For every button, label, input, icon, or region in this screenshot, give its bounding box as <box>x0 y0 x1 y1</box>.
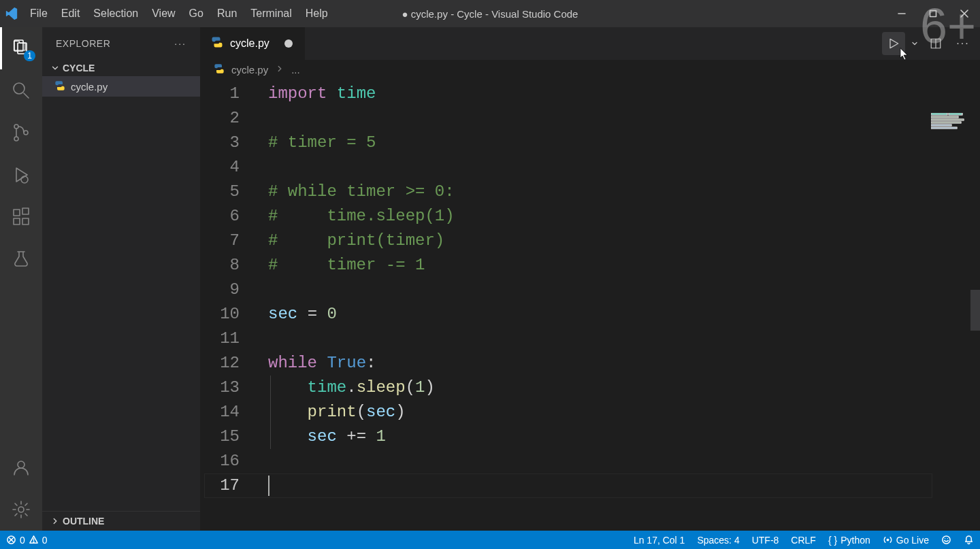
vertical-scrollbar[interactable] <box>970 79 980 531</box>
status-error-count: 0 <box>20 535 25 546</box>
code-line <box>268 278 980 302</box>
editor-more-icon[interactable]: ··· <box>951 32 975 55</box>
code-line <box>268 155 980 180</box>
code-line: # while timer >= 0: <box>268 180 980 204</box>
code-line: # timer = 5 <box>268 131 980 155</box>
line-number: 16 <box>200 449 257 473</box>
file-item-cycle-py[interactable]: cycle.py <box>42 76 200 97</box>
line-number: 14 <box>200 400 257 425</box>
activity-bar: 1 <box>0 27 42 531</box>
breadcrumb-tail: ... <box>291 64 300 76</box>
breadcrumb[interactable]: cycle.py ... <box>200 60 980 79</box>
code-line: # time.sleep(1) <box>268 204 980 229</box>
status-encoding-label: UTF-8 <box>752 535 779 546</box>
svg-rect-14 <box>14 218 20 224</box>
chevron-right-icon <box>275 64 284 76</box>
svg-point-8 <box>14 124 18 129</box>
run-dropdown-icon[interactable] <box>909 32 920 55</box>
split-editor-button[interactable] <box>924 32 947 55</box>
maximize-button[interactable] <box>917 0 949 27</box>
status-bar: 0 0 Ln 17, Col 1 Spaces: 4 UTF-8 CRLF { … <box>0 531 980 549</box>
menu-item-edit[interactable]: Edit <box>54 0 87 27</box>
svg-rect-13 <box>14 210 20 216</box>
title-bar: FileEditSelectionViewGoRunTerminalHelp ●… <box>0 0 980 27</box>
status-warning-count: 0 <box>42 535 48 546</box>
explorer-title: EXPLORER <box>56 38 110 49</box>
status-notifications[interactable] <box>958 531 980 549</box>
status-cursor[interactable]: Ln 17, Col 1 <box>627 531 691 549</box>
code-line <box>268 327 980 351</box>
svg-rect-15 <box>22 218 29 224</box>
outline-section[interactable]: OUTLINE <box>42 511 200 531</box>
code-editor[interactable]: 1234567891011121314151617import time# ti… <box>200 79 980 531</box>
line-number: 13 <box>200 376 257 400</box>
menu-item-terminal[interactable]: Terminal <box>244 0 298 27</box>
line-number: 11 <box>200 327 257 351</box>
testing-icon[interactable] <box>0 238 42 280</box>
scm-icon[interactable] <box>0 112 42 154</box>
svg-line-7 <box>24 93 29 98</box>
settings-gear-icon[interactable] <box>0 488 42 531</box>
code-line: # timer -= 1 <box>268 253 980 278</box>
status-language[interactable]: { } Python <box>822 531 877 549</box>
text-cursor <box>268 476 270 496</box>
dirty-indicator-icon <box>284 39 293 48</box>
svg-marker-11 <box>16 168 27 182</box>
status-golive[interactable]: Go Live <box>877 531 935 549</box>
menu-item-run[interactable]: Run <box>210 0 244 27</box>
menu-item-file[interactable]: File <box>23 0 54 27</box>
file-name: cycle.py <box>71 81 108 93</box>
tab-cycle-py[interactable]: cycle.py <box>200 27 305 60</box>
line-number: 6 <box>200 204 257 229</box>
editor-group: cycle.py ··· cycle.py ... 12 <box>200 27 980 531</box>
status-indent[interactable]: Spaces: 4 <box>691 531 745 549</box>
line-number: 4 <box>200 155 257 180</box>
run-debug-icon[interactable] <box>0 154 42 196</box>
explorer-icon[interactable]: 1 <box>0 27 42 69</box>
line-number: 10 <box>200 302 257 327</box>
menu-item-view[interactable]: View <box>145 0 182 27</box>
code-line: print(sec) <box>268 400 980 425</box>
svg-point-6 <box>14 83 24 94</box>
status-eol[interactable]: CRLF <box>785 531 822 549</box>
code-content[interactable]: import time# timer = 5# while timer >= 0… <box>268 82 980 498</box>
svg-point-37 <box>947 538 948 539</box>
status-feedback[interactable] <box>935 531 958 549</box>
svg-rect-4 <box>14 40 23 51</box>
line-number: 17 <box>200 473 257 498</box>
svg-point-10 <box>24 131 28 135</box>
line-number: 1 <box>200 82 257 106</box>
line-number: 3 <box>200 131 257 155</box>
close-button[interactable] <box>949 0 980 27</box>
line-number: 12 <box>200 351 257 376</box>
explorer-more-icon[interactable]: ··· <box>174 38 186 49</box>
svg-rect-1 <box>930 11 936 17</box>
menu-item-selection[interactable]: Selection <box>86 0 145 27</box>
menu-item-go[interactable]: Go <box>182 0 210 27</box>
scrollbar-thumb[interactable] <box>970 290 980 331</box>
code-line: import time <box>268 82 980 106</box>
code-line <box>268 449 980 473</box>
extensions-icon[interactable] <box>0 196 42 238</box>
file-list: cycle.py <box>42 76 200 511</box>
code-line: sec += 1 <box>268 425 980 449</box>
status-golive-label: Go Live <box>896 535 929 546</box>
search-icon[interactable] <box>0 69 42 112</box>
run-file-button[interactable] <box>882 32 905 55</box>
chevron-down-icon <box>50 63 60 73</box>
folder-root[interactable]: CYCLE <box>42 60 200 76</box>
folder-root-label: CYCLE <box>63 63 95 73</box>
minimize-button[interactable] <box>886 0 917 27</box>
chevron-right-icon <box>50 516 60 526</box>
activity-badge: 1 <box>24 50 35 61</box>
sidebar-explorer: EXPLORER ··· CYCLE cycle.py OUTLINE <box>42 27 200 531</box>
accounts-icon[interactable] <box>0 446 42 488</box>
status-left: 0 0 <box>0 531 54 549</box>
status-problems[interactable]: 0 0 <box>0 531 54 549</box>
svg-point-12 <box>21 176 28 183</box>
menu-item-help[interactable]: Help <box>299 0 335 27</box>
tab-label: cycle.py <box>230 37 270 50</box>
outline-label: OUTLINE <box>63 516 104 527</box>
svg-rect-16 <box>22 208 29 214</box>
status-encoding[interactable]: UTF-8 <box>746 531 785 549</box>
